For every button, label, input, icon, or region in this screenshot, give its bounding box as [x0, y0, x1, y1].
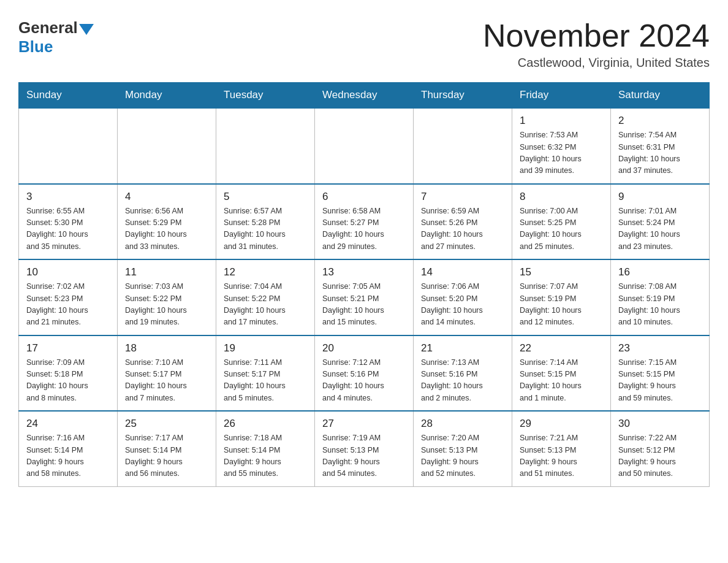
day-number: 4 — [125, 191, 208, 203]
day-number: 27 — [322, 418, 406, 430]
day-info: Sunrise: 6:56 AMSunset: 5:29 PMDaylight:… — [125, 205, 208, 253]
day-info: Sunrise: 7:53 AMSunset: 6:32 PMDaylight:… — [520, 129, 603, 177]
calendar-cell: 6Sunrise: 6:58 AMSunset: 5:27 PMDaylight… — [315, 184, 414, 260]
week-row-2: 3Sunrise: 6:55 AMSunset: 5:30 PMDaylight… — [19, 184, 710, 260]
day-number: 28 — [421, 418, 504, 430]
calendar-cell: 5Sunrise: 6:57 AMSunset: 5:28 PMDaylight… — [216, 184, 315, 260]
location-title: Castlewood, Virginia, United States — [483, 56, 710, 70]
calendar-cell: 19Sunrise: 7:11 AMSunset: 5:17 PMDayligh… — [216, 335, 315, 412]
day-info: Sunrise: 7:05 AMSunset: 5:21 PMDaylight:… — [322, 281, 406, 329]
day-info: Sunrise: 7:09 AMSunset: 5:18 PMDaylight:… — [26, 357, 110, 405]
day-info: Sunrise: 6:57 AMSunset: 5:28 PMDaylight:… — [224, 205, 307, 253]
calendar-cell: 15Sunrise: 7:07 AMSunset: 5:19 PMDayligh… — [512, 259, 611, 335]
calendar-cell — [216, 108, 315, 184]
day-number: 2 — [618, 115, 702, 127]
calendar-cell: 22Sunrise: 7:14 AMSunset: 5:15 PMDayligh… — [512, 335, 611, 412]
day-info: Sunrise: 6:55 AMSunset: 5:30 PMDaylight:… — [26, 205, 110, 253]
calendar-table: SundayMondayTuesdayWednesdayThursdayFrid… — [18, 82, 710, 487]
calendar-cell: 10Sunrise: 7:02 AMSunset: 5:23 PMDayligh… — [19, 259, 118, 335]
day-info: Sunrise: 7:13 AMSunset: 5:16 PMDaylight:… — [421, 357, 504, 405]
day-info: Sunrise: 7:18 AMSunset: 5:14 PMDaylight:… — [224, 432, 307, 480]
day-number: 16 — [618, 266, 702, 278]
week-row-4: 17Sunrise: 7:09 AMSunset: 5:18 PMDayligh… — [19, 335, 710, 412]
day-number: 13 — [322, 266, 406, 278]
day-number: 15 — [520, 266, 603, 278]
calendar-cell: 23Sunrise: 7:15 AMSunset: 5:15 PMDayligh… — [611, 335, 710, 412]
day-number: 24 — [26, 418, 110, 430]
day-info: Sunrise: 7:12 AMSunset: 5:16 PMDaylight:… — [322, 357, 406, 405]
calendar-cell: 24Sunrise: 7:16 AMSunset: 5:14 PMDayligh… — [19, 411, 118, 486]
day-number: 23 — [618, 342, 702, 354]
day-number: 25 — [125, 418, 208, 430]
day-info: Sunrise: 7:19 AMSunset: 5:13 PMDaylight:… — [322, 432, 406, 480]
weekday-header-saturday: Saturday — [611, 83, 710, 109]
day-number: 19 — [224, 342, 307, 354]
calendar-cell — [118, 108, 216, 184]
day-info: Sunrise: 7:14 AMSunset: 5:15 PMDaylight:… — [520, 357, 603, 405]
day-number: 22 — [520, 342, 603, 354]
weekday-header-wednesday: Wednesday — [315, 83, 414, 109]
calendar-cell: 16Sunrise: 7:08 AMSunset: 5:19 PMDayligh… — [611, 259, 710, 335]
day-number: 17 — [26, 342, 110, 354]
week-row-1: 1Sunrise: 7:53 AMSunset: 6:32 PMDaylight… — [19, 108, 710, 184]
day-number: 1 — [520, 115, 603, 127]
day-number: 3 — [26, 191, 110, 203]
calendar-cell: 29Sunrise: 7:21 AMSunset: 5:13 PMDayligh… — [512, 411, 611, 486]
calendar-cell: 21Sunrise: 7:13 AMSunset: 5:16 PMDayligh… — [414, 335, 512, 412]
day-number: 9 — [618, 191, 702, 203]
day-number: 10 — [26, 266, 110, 278]
day-info: Sunrise: 7:01 AMSunset: 5:24 PMDaylight:… — [618, 205, 702, 253]
week-row-3: 10Sunrise: 7:02 AMSunset: 5:23 PMDayligh… — [19, 259, 710, 335]
day-info: Sunrise: 7:03 AMSunset: 5:22 PMDaylight:… — [125, 281, 208, 329]
calendar-cell — [414, 108, 512, 184]
day-number: 6 — [322, 191, 406, 203]
day-info: Sunrise: 7:04 AMSunset: 5:22 PMDaylight:… — [224, 281, 307, 329]
calendar-cell: 7Sunrise: 6:59 AMSunset: 5:26 PMDaylight… — [414, 184, 512, 260]
calendar-cell: 14Sunrise: 7:06 AMSunset: 5:20 PMDayligh… — [414, 259, 512, 335]
calendar-cell: 30Sunrise: 7:22 AMSunset: 5:12 PMDayligh… — [611, 411, 710, 486]
day-info: Sunrise: 6:59 AMSunset: 5:26 PMDaylight:… — [421, 205, 504, 253]
logo-blue-text: Blue — [18, 37, 53, 56]
calendar-header-row: SundayMondayTuesdayWednesdayThursdayFrid… — [19, 83, 710, 109]
calendar-cell: 1Sunrise: 7:53 AMSunset: 6:32 PMDaylight… — [512, 108, 611, 184]
day-number: 7 — [421, 191, 504, 203]
day-number: 5 — [224, 191, 307, 203]
day-info: Sunrise: 6:58 AMSunset: 5:27 PMDaylight:… — [322, 205, 406, 253]
day-number: 12 — [224, 266, 307, 278]
day-info: Sunrise: 7:54 AMSunset: 6:31 PMDaylight:… — [618, 129, 702, 177]
day-info: Sunrise: 7:21 AMSunset: 5:13 PMDaylight:… — [520, 432, 603, 480]
day-number: 30 — [618, 418, 702, 430]
weekday-header-friday: Friday — [512, 83, 611, 109]
weekday-header-thursday: Thursday — [414, 83, 512, 109]
title-block: November 2024 Castlewood, Virginia, Unit… — [483, 18, 710, 70]
day-number: 11 — [125, 266, 208, 278]
calendar-cell: 12Sunrise: 7:04 AMSunset: 5:22 PMDayligh… — [216, 259, 315, 335]
day-info: Sunrise: 7:17 AMSunset: 5:14 PMDaylight:… — [125, 432, 208, 480]
day-number: 20 — [322, 342, 406, 354]
calendar-cell: 9Sunrise: 7:01 AMSunset: 5:24 PMDaylight… — [611, 184, 710, 260]
logo-general-text: General — [18, 18, 78, 37]
day-info: Sunrise: 7:10 AMSunset: 5:17 PMDaylight:… — [125, 357, 208, 405]
calendar-cell: 11Sunrise: 7:03 AMSunset: 5:22 PMDayligh… — [118, 259, 216, 335]
day-number: 8 — [520, 191, 603, 203]
day-info: Sunrise: 7:07 AMSunset: 5:19 PMDaylight:… — [520, 281, 603, 329]
day-number: 14 — [421, 266, 504, 278]
calendar-cell: 3Sunrise: 6:55 AMSunset: 5:30 PMDaylight… — [19, 184, 118, 260]
page-header: General Blue November 2024 Castlewood, V… — [18, 18, 710, 70]
calendar-cell: 17Sunrise: 7:09 AMSunset: 5:18 PMDayligh… — [19, 335, 118, 412]
calendar-cell: 20Sunrise: 7:12 AMSunset: 5:16 PMDayligh… — [315, 335, 414, 412]
calendar-cell: 25Sunrise: 7:17 AMSunset: 5:14 PMDayligh… — [118, 411, 216, 486]
calendar-cell — [315, 108, 414, 184]
month-title: November 2024 — [483, 18, 710, 53]
day-info: Sunrise: 7:15 AMSunset: 5:15 PMDaylight:… — [618, 357, 702, 405]
day-info: Sunrise: 7:08 AMSunset: 5:19 PMDaylight:… — [618, 281, 702, 329]
day-number: 21 — [421, 342, 504, 354]
calendar-cell: 26Sunrise: 7:18 AMSunset: 5:14 PMDayligh… — [216, 411, 315, 486]
day-number: 26 — [224, 418, 307, 430]
day-info: Sunrise: 7:11 AMSunset: 5:17 PMDaylight:… — [224, 357, 307, 405]
day-number: 29 — [520, 418, 603, 430]
day-info: Sunrise: 7:20 AMSunset: 5:13 PMDaylight:… — [421, 432, 504, 480]
day-info: Sunrise: 7:06 AMSunset: 5:20 PMDaylight:… — [421, 281, 504, 329]
day-number: 18 — [125, 342, 208, 354]
weekday-header-tuesday: Tuesday — [216, 83, 315, 109]
